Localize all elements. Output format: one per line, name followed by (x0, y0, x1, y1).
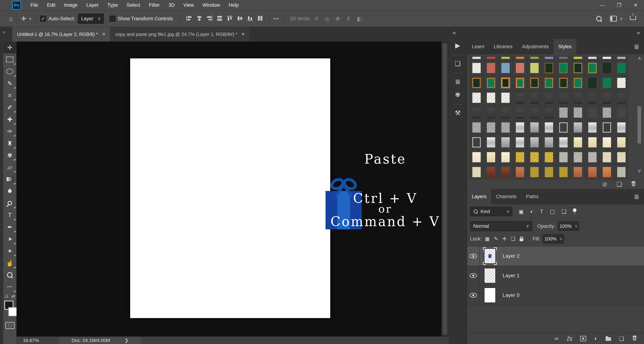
tool-presets-panel-icon[interactable]: ⚒ (449, 106, 467, 119)
style-swatch[interactable] (484, 56, 498, 61)
style-swatch[interactable] (571, 165, 585, 180)
layer-name[interactable]: Layer 2 (502, 253, 520, 259)
eyedropper-tool[interactable]: ✐ (3, 101, 16, 113)
style-swatch[interactable] (498, 105, 513, 120)
distribute-h-icon[interactable] (216, 15, 223, 22)
new-layer-icon[interactable]: ❏ (619, 335, 624, 342)
style-swatch[interactable] (498, 90, 513, 105)
filter-toggle[interactable] (573, 208, 576, 212)
menu-type[interactable]: Type (103, 0, 122, 10)
layer-group-icon[interactable] (606, 337, 611, 341)
align-center-v-icon[interactable] (236, 15, 243, 22)
eye-icon[interactable] (470, 273, 477, 278)
style-swatch[interactable] (556, 135, 571, 150)
opacity-field[interactable]: 100% ∨ (558, 221, 579, 231)
style-swatch[interactable] (498, 120, 513, 135)
style-swatch[interactable] (542, 150, 556, 165)
menu-edit[interactable]: Edit (43, 0, 60, 10)
object-selection-tool[interactable]: ✎ (3, 77, 16, 89)
style-swatch[interactable] (614, 150, 628, 165)
eye-icon[interactable] (470, 254, 477, 258)
style-swatch[interactable] (571, 56, 585, 61)
style-swatch[interactable] (614, 120, 628, 135)
gradient-tool[interactable] (3, 173, 16, 185)
style-swatch[interactable] (614, 75, 628, 90)
home-icon[interactable]: ⌂ (9, 15, 13, 22)
menu-select[interactable]: Select (122, 0, 144, 10)
properties-3d-panel-icon[interactable]: ❑ (449, 57, 467, 70)
layer-row[interactable]: Layer 2 (467, 246, 644, 266)
layer-visibility-cell[interactable] (467, 286, 480, 305)
menu-image[interactable]: Image (60, 0, 82, 10)
status-chevron-icon[interactable]: ❯ (124, 338, 128, 343)
delete-layer-icon[interactable] (632, 335, 637, 342)
style-swatch[interactable] (484, 165, 498, 180)
show-transform-checkbox[interactable] (109, 16, 116, 22)
style-swatch[interactable] (600, 105, 614, 120)
dodge-tool[interactable] (3, 197, 16, 209)
document-tab-2[interactable]: copy and paste png file1.jpg @ 24.7% (La… (110, 27, 250, 42)
scroll-down-icon[interactable]: ∨ (637, 168, 642, 174)
pen-tool[interactable]: ✒ (3, 221, 16, 233)
tab-styles[interactable]: Styles (554, 39, 576, 54)
type-tool[interactable]: T (3, 209, 16, 221)
style-swatch[interactable] (542, 61, 556, 75)
move-tool-options-icon[interactable]: ✛ (21, 15, 26, 22)
style-swatch[interactable] (542, 120, 556, 135)
chevron-down-icon[interactable]: ∨ (620, 16, 623, 21)
style-swatch[interactable] (571, 150, 585, 165)
clone-stamp-tool[interactable]: ♜ (3, 137, 16, 149)
layer-mask-icon[interactable] (580, 336, 586, 341)
scrollbar-thumb[interactable] (638, 106, 641, 143)
tab-channels[interactable]: Channels (491, 189, 521, 204)
blend-mode-dropdown[interactable]: Normal ∨ (470, 221, 532, 231)
layer-row[interactable]: Layer 1 (467, 266, 644, 286)
style-swatch[interactable] (600, 61, 614, 75)
style-swatch[interactable] (585, 90, 600, 105)
lock-transparency-icon[interactable]: ▦ (485, 236, 490, 242)
zoom-level-field[interactable]: 16.67% (23, 338, 39, 343)
document-tab-1[interactable]: Untitled-1 @ 16.7% (Layer 2, RGB/8) *✕ (12, 27, 110, 42)
document-info[interactable]: Doc: 24.1M/4.00M ❯ (59, 337, 141, 344)
distribute-v-icon[interactable] (257, 15, 264, 22)
style-swatch[interactable] (527, 150, 542, 165)
menu-layer[interactable]: Layer (82, 0, 103, 10)
lock-paint-icon[interactable]: ✎ (494, 236, 498, 242)
hand-tool[interactable]: ☝ (3, 257, 16, 269)
style-swatch[interactable] (600, 75, 614, 90)
minimize-button[interactable]: — (594, 0, 611, 10)
align-left-icon[interactable] (186, 15, 193, 22)
link-layers-icon[interactable]: ∞ (554, 335, 558, 342)
close-tab-icon[interactable]: ✕ (102, 32, 106, 37)
eraser-tool[interactable]: ▱ (3, 161, 16, 173)
menu-help[interactable]: Help (224, 0, 243, 10)
style-swatch[interactable] (585, 165, 600, 180)
style-swatch[interactable] (527, 120, 542, 135)
style-swatch[interactable] (469, 165, 484, 180)
styles-scrollbar[interactable]: ∧ ∨ (637, 55, 642, 179)
blur-tool[interactable] (3, 185, 16, 197)
filter-smart-objects-icon[interactable]: ❏ (562, 208, 566, 215)
lock-position-icon[interactable]: ✛ (502, 236, 506, 242)
search-icon[interactable] (596, 16, 602, 21)
layer-name[interactable]: Layer 1 (502, 273, 520, 279)
share-icon[interactable] (630, 16, 636, 20)
fill-field[interactable]: 100% ∨ (543, 234, 564, 244)
style-swatch[interactable] (571, 120, 585, 135)
lock-all-icon[interactable] (520, 238, 523, 241)
style-swatch[interactable] (469, 56, 484, 61)
style-swatch[interactable] (469, 150, 484, 165)
chevron-down-icon[interactable]: ∨ (558, 235, 564, 243)
layer-effects-icon[interactable]: fx (566, 335, 572, 342)
style-swatch[interactable] (571, 61, 585, 75)
style-swatch[interactable] (469, 61, 484, 75)
style-swatch[interactable] (484, 90, 498, 105)
style-swatch[interactable] (513, 135, 527, 150)
style-swatch[interactable] (498, 150, 513, 165)
style-swatch[interactable] (556, 165, 571, 180)
close-button[interactable]: ✕ (627, 0, 644, 10)
style-swatch[interactable] (600, 150, 614, 165)
style-swatch[interactable] (600, 90, 614, 105)
auto-select-checkbox[interactable]: ✓ (40, 16, 46, 22)
filter-shape-layers-icon[interactable]: ▢ (550, 208, 555, 215)
